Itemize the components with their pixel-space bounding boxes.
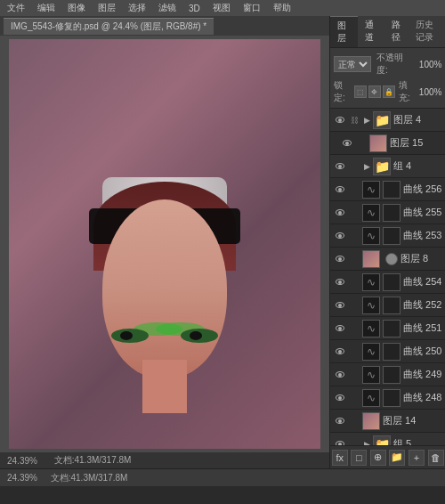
lock-label: 锁定: <box>334 79 351 104</box>
layer-item[interactable]: ▶ 📁 组 5 <box>330 433 445 445</box>
chain-icon <box>348 415 360 427</box>
menu-3d[interactable]: 3D <box>185 3 204 14</box>
layer-name: 图层 15 <box>390 136 441 150</box>
menu-file[interactable]: 文件 <box>4 1 28 15</box>
chain-icon <box>348 276 360 289</box>
lock-all-icon[interactable]: 🔒 <box>383 85 395 98</box>
chain-icon <box>348 345 360 358</box>
tab-layers[interactable]: 图层 <box>330 16 358 47</box>
menu-edit[interactable]: 编辑 <box>34 1 59 15</box>
zoom-level: 24.39% <box>7 456 37 466</box>
canvas-status: 24.39% 文档:41.3M/317.8M <box>0 452 329 468</box>
new-group-button[interactable]: 📁 <box>389 450 405 466</box>
layer-fx-button[interactable]: fx <box>332 450 348 466</box>
visibility-toggle[interactable] <box>334 415 346 427</box>
layer-name: 图层 4 <box>393 113 441 126</box>
visibility-toggle[interactable] <box>334 299 346 312</box>
layer-item[interactable]: 曲线 252 <box>330 294 445 317</box>
new-adjustment-button[interactable]: ⊕ <box>370 450 386 466</box>
lock-position-icon[interactable]: ✥ <box>368 85 381 98</box>
menu-layer[interactable]: 图层 <box>94 1 119 15</box>
layer-thumbnail <box>362 297 380 314</box>
layer-mask-thumbnail <box>383 297 400 314</box>
layer-thumbnail: 📁 <box>373 111 391 129</box>
layer-item[interactable]: 曲线 253 <box>330 224 445 248</box>
new-layer-button[interactable]: + <box>409 450 425 466</box>
visibility-toggle[interactable] <box>334 322 346 335</box>
canvas-wrapper[interactable] <box>0 36 329 452</box>
menu-image[interactable]: 图像 <box>64 1 89 15</box>
layer-thumbnail <box>362 343 380 361</box>
layer-item[interactable]: 曲线 248 <box>330 386 445 410</box>
menu-filter[interactable]: 滤镜 <box>155 1 180 15</box>
chain-icon <box>348 299 360 312</box>
menu-select[interactable]: 选择 <box>125 1 150 15</box>
visibility-toggle[interactable] <box>341 137 353 150</box>
panel-tabs: 图层 通道 路径 历史记录 <box>330 16 445 48</box>
history-tab[interactable]: 历史记录 <box>412 16 445 47</box>
layer-thumbnail <box>362 389 380 407</box>
visibility-toggle[interactable] <box>334 160 346 173</box>
canvas-image <box>9 39 320 449</box>
zoom-display: 24.39% <box>7 473 37 483</box>
layer-item[interactable]: 曲线 256 <box>330 178 445 201</box>
layer-item[interactable]: 图层 15 <box>330 132 445 155</box>
visibility-toggle[interactable] <box>334 369 346 381</box>
layer-mask-thumbnail <box>383 320 400 337</box>
layer-item[interactable]: 曲线 251 <box>330 317 445 340</box>
visibility-toggle[interactable] <box>334 276 346 289</box>
visibility-toggle[interactable] <box>334 207 346 219</box>
layer-item[interactable]: 曲线 255 <box>330 201 445 224</box>
layer-item[interactable]: 曲线 250 <box>330 340 445 363</box>
fill-value: 100% <box>419 87 442 97</box>
layer-item[interactable]: 曲线 254 <box>330 271 445 294</box>
visibility-toggle[interactable] <box>334 114 346 126</box>
layer-mask-button[interactable]: □ <box>351 450 367 466</box>
visibility-toggle[interactable] <box>334 183 346 196</box>
layer-name: 曲线 251 <box>403 321 441 335</box>
chain-icon <box>348 160 360 173</box>
chain-icon <box>348 207 360 219</box>
visibility-toggle[interactable] <box>334 345 346 358</box>
layer-thumbnail <box>362 273 380 291</box>
visibility-toggle[interactable] <box>334 230 346 242</box>
layer-item[interactable]: ▶ 📁 组 4 <box>330 155 445 178</box>
layer-thumbnail: 📁 <box>373 435 391 446</box>
layer-thumbnail <box>362 204 380 222</box>
canvas-tab-title: IMG_5543-修复的.psd @ 24.4% (图层, RGB/8#) * <box>11 21 206 31</box>
chain-icon <box>348 369 360 381</box>
menu-view[interactable]: 视图 <box>209 1 234 15</box>
right-panel: 图层 通道 路径 历史记录 正常 不透明度: 100% 锁定: ⬚ <box>329 16 445 468</box>
layer-name: 曲线 250 <box>403 345 441 358</box>
visibility-toggle[interactable] <box>334 392 346 404</box>
canvas-tab-active[interactable]: IMG_5543-修复的.psd @ 24.4% (图层, RGB/8#) * <box>4 18 214 35</box>
layer-item[interactable]: 曲线 249 <box>330 363 445 386</box>
layer-thumbnail <box>369 134 387 152</box>
eye-right <box>181 329 218 343</box>
layer-item[interactable]: ⛓ ▶ 📁 图层 4 <box>330 109 445 132</box>
group-expand-arrow[interactable]: ▶ <box>362 440 371 446</box>
lock-icons: ⬚ ✥ 🔒 <box>354 85 395 98</box>
group-expand-arrow[interactable]: ▶ <box>362 162 371 171</box>
layer-thumbnail <box>362 366 380 384</box>
chain-icon <box>348 438 360 446</box>
blend-mode-select[interactable]: 正常 <box>334 56 371 72</box>
menu-window[interactable]: 窗口 <box>239 1 264 15</box>
menu-help[interactable]: 帮助 <box>270 1 295 15</box>
tab-channels[interactable]: 通道 <box>358 16 385 47</box>
panel-bottom-bar: fx □ ⊕ 📁 + 🗑 <box>330 445 445 468</box>
delete-layer-button[interactable]: 🗑 <box>428 450 444 466</box>
group-expand-arrow[interactable]: ▶ <box>362 116 371 125</box>
chain-icon <box>348 183 360 196</box>
layer-item[interactable]: 图层 14 <box>330 410 445 433</box>
chain-icon <box>348 253 360 265</box>
canvas-tabs: IMG_5543-修复的.psd @ 24.4% (图层, RGB/8#) * <box>0 16 329 36</box>
layer-name: 曲线 256 <box>403 183 441 196</box>
tab-paths[interactable]: 路径 <box>384 16 412 47</box>
visibility-toggle[interactable] <box>334 438 346 446</box>
eye-left <box>111 329 149 343</box>
separator <box>43 473 45 483</box>
lock-pixel-icon[interactable]: ⬚ <box>354 85 367 98</box>
layer-item[interactable]: 图层 8 <box>330 248 445 271</box>
visibility-toggle[interactable] <box>334 253 346 265</box>
